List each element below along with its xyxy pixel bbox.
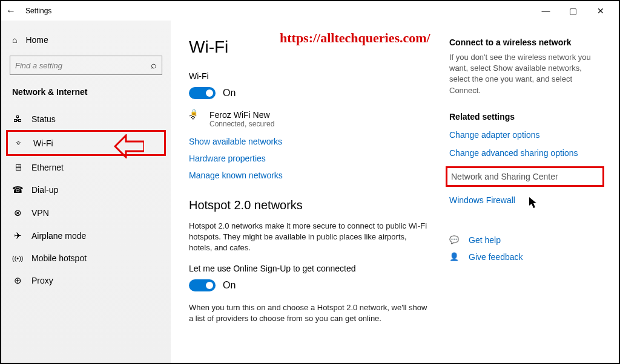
sidebar-item-airplane[interactable]: ✈ Airplane mode: [6, 224, 166, 247]
proxy-icon: ⊕: [12, 275, 23, 286]
connected-network[interactable]: 🔒 ᯤ Feroz WiFi New Connected, secured: [189, 110, 431, 128]
sidebar-item-status[interactable]: 🖧 Status: [6, 108, 166, 130]
sidebar-item-label: Wi-Fi: [33, 138, 53, 148]
highlight-annotation: Network and Sharing Center: [446, 166, 604, 187]
hotspot-description: Hotspot 2.0 networks make it more secure…: [189, 221, 431, 254]
hotspot-toggle-state: On: [223, 280, 236, 291]
sidebar-item-label: Mobile hotspot: [31, 253, 87, 263]
network-status: Connected, secured: [209, 120, 274, 128]
help-icon: 💬: [449, 235, 460, 244]
wifi-icon: ᯤ: [14, 138, 25, 148]
sidebar-item-proxy[interactable]: ⊕ Proxy: [6, 269, 166, 292]
get-help-link[interactable]: Get help: [469, 235, 501, 245]
network-sharing-center-link[interactable]: Network and Sharing Center: [451, 172, 558, 181]
advanced-sharing-link[interactable]: Change advanced sharing options: [449, 148, 601, 158]
sidebar-item-dialup[interactable]: ☎ Dial-up: [6, 178, 166, 201]
sidebar-item-label: Ethernet: [31, 163, 64, 172]
close-button[interactable]: ✕: [587, 2, 614, 19]
related-heading: Related settings: [449, 112, 601, 122]
windows-firewall-link[interactable]: Windows Firewall: [449, 195, 601, 205]
wifi-toggle[interactable]: [189, 87, 216, 99]
sidebar-item-label: Airplane mode: [31, 231, 86, 241]
wifi-section-label: Wi-Fi: [189, 71, 431, 81]
connect-description: If you don't see the wireless network yo…: [449, 52, 601, 96]
category-label: Network & Internet: [6, 83, 166, 108]
minimize-button[interactable]: —: [532, 2, 559, 19]
manage-known-networks-link[interactable]: Manage known networks: [189, 171, 431, 180]
vpn-icon: ⊗: [12, 207, 23, 218]
wifi-secured-icon: 🔒 ᯤ: [189, 110, 203, 125]
home-nav[interactable]: ⌂ Home: [6, 30, 166, 50]
arrow-annotation: [114, 134, 144, 158]
sidebar-item-label: VPN: [31, 208, 49, 218]
watermark-annotation: https://alltechqueries.com/: [280, 30, 430, 46]
sidebar-item-hotspot[interactable]: ((•)) Mobile hotspot: [6, 247, 166, 269]
window-title: Settings: [25, 7, 51, 15]
hotspot-icon: ((•)): [12, 255, 23, 262]
connect-heading: Connect to a wireless network: [449, 37, 601, 47]
hotspot-heading: Hotspot 2.0 networks: [189, 198, 431, 212]
signup-label: Let me use Online Sign-Up to get connect…: [189, 264, 431, 273]
sidebar-item-vpn[interactable]: ⊗ VPN: [6, 201, 166, 224]
hotspot-info: When you turn this on and choose a Hotsp…: [189, 302, 431, 324]
give-feedback-link[interactable]: Give feedback: [469, 252, 523, 262]
network-name: Feroz WiFi New: [209, 110, 274, 120]
search-icon: ⌕: [151, 60, 157, 71]
wifi-toggle-state: On: [223, 88, 236, 99]
ethernet-icon: 🖥: [12, 162, 23, 172]
change-adapter-link[interactable]: Change adapter options: [449, 130, 601, 140]
hardware-properties-link[interactable]: Hardware properties: [189, 154, 431, 163]
search-input[interactable]: [15, 61, 151, 70]
sidebar-item-ethernet[interactable]: 🖥 Ethernet: [6, 156, 166, 178]
back-button[interactable]: ←: [6, 5, 21, 16]
hotspot-signup-toggle[interactable]: [189, 279, 216, 291]
sidebar-item-label: Dial-up: [31, 185, 58, 195]
show-networks-link[interactable]: Show available networks: [189, 137, 431, 146]
status-icon: 🖧: [12, 114, 23, 124]
sidebar-item-label: Proxy: [31, 276, 53, 285]
home-label: Home: [25, 35, 48, 45]
dialup-icon: ☎: [12, 184, 23, 195]
search-box[interactable]: ⌕: [10, 56, 162, 75]
feedback-icon: 👤: [449, 252, 460, 261]
airplane-icon: ✈: [12, 230, 23, 241]
sidebar: ⌂ Home ⌕ Network & Internet 🖧 Status ᯤ W…: [1, 21, 171, 363]
home-icon: ⌂: [12, 35, 17, 45]
maximize-button[interactable]: ▢: [559, 2, 587, 19]
sidebar-item-label: Status: [31, 114, 56, 124]
